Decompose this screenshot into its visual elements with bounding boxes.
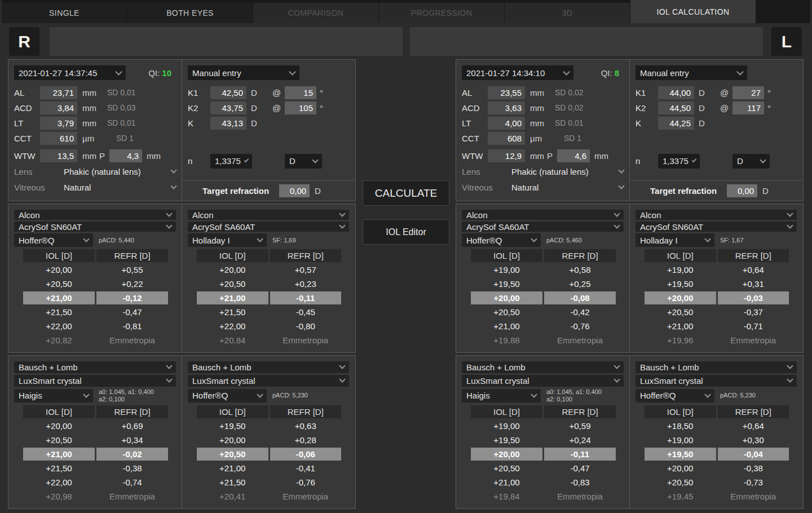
formula-select[interactable]: Hoffer®Q [636, 389, 714, 403]
refr-value[interactable]: -0,42 [544, 306, 616, 319]
iol-value[interactable]: +20,50 [23, 434, 95, 446]
lens-model-select[interactable]: AcrySof SA60AT [462, 222, 624, 232]
iol-value[interactable]: +20,50 [197, 277, 268, 290]
calculate-button[interactable]: CALCULATE [363, 180, 449, 206]
refr-value[interactable]: -0,47 [96, 306, 168, 319]
wtw-value[interactable]: 13,5 [40, 149, 77, 162]
iol-value[interactable]: +19,00 [471, 419, 542, 432]
iol-value-selected[interactable]: +19,50 [645, 448, 716, 461]
lens-model-select[interactable]: LuxSmart crystal [188, 375, 349, 387]
iol-value-selected[interactable]: +21,00 [197, 291, 268, 304]
acd-value[interactable]: 3,63 [488, 101, 525, 114]
manufacturer-select[interactable]: Bausch + Lomb [188, 361, 349, 373]
refr-value[interactable]: +0,24 [544, 434, 616, 446]
k1-axis-value[interactable]: 27 [732, 86, 764, 99]
formula-select[interactable]: Hoffer®Q [14, 233, 93, 247]
refr-value[interactable]: +0,69 [96, 419, 168, 432]
manufacturer-select[interactable]: Alcon [636, 210, 797, 220]
acd-value[interactable]: 3,84 [40, 101, 77, 114]
pupil-value[interactable]: 4,3 [109, 149, 142, 162]
refr-value[interactable]: -0,81 [96, 320, 168, 333]
manufacturer-select[interactable]: Bausch + Lomb [14, 361, 176, 373]
formula-select[interactable]: Hoffer®Q [462, 233, 541, 247]
al-value[interactable]: 23,71 [40, 86, 77, 99]
k2-value[interactable]: 43,75 [210, 101, 246, 114]
k-value[interactable]: 44,25 [658, 117, 694, 130]
refr-value[interactable]: +0,23 [270, 277, 342, 290]
iol-value[interactable]: +20,00 [23, 263, 95, 276]
refractive-index-select[interactable]: 1,3375 [658, 154, 700, 169]
refr-value[interactable]: -0,71 [718, 320, 789, 333]
iol-value[interactable]: +20,00 [197, 434, 268, 446]
iol-value[interactable]: +19,00 [645, 434, 716, 446]
lens-model-select[interactable]: LuxSmart crystal [462, 375, 624, 387]
lens-model-select[interactable]: AcrySof SA60AT [188, 222, 349, 232]
manufacturer-select[interactable]: Alcon [14, 210, 176, 220]
k-value[interactable]: 43,13 [210, 117, 246, 130]
manufacturer-select[interactable]: Alcon [188, 210, 349, 220]
refr-value-selected[interactable]: -0,04 [718, 448, 789, 461]
iol-value-selected[interactable]: +20,50 [197, 448, 268, 461]
iol-value[interactable]: +20,00 [23, 419, 95, 432]
iol-value[interactable]: +22,00 [197, 320, 268, 333]
iol-value[interactable]: +19,50 [471, 277, 542, 290]
lens-status-select[interactable]: Phakic (natural lens) [511, 167, 624, 176]
iol-value[interactable]: +21,50 [23, 306, 95, 319]
iol-value[interactable]: +19,50 [471, 434, 542, 446]
refr-value[interactable]: -0,41 [270, 462, 342, 475]
iol-value[interactable]: +19,50 [645, 277, 716, 290]
refr-value[interactable]: +0,55 [96, 263, 168, 276]
k1-value[interactable]: 42,50 [210, 86, 246, 99]
vitreous-status-select[interactable]: Natural [64, 183, 176, 192]
iol-editor-button[interactable]: IOL Editor [363, 219, 449, 245]
keratometry-source-select[interactable]: Manual entry [636, 65, 747, 80]
refr-value-selected[interactable]: -0,11 [544, 448, 616, 461]
iol-value[interactable]: +20,50 [645, 306, 716, 319]
iol-value-selected[interactable]: +20,00 [645, 291, 716, 304]
refr-value[interactable]: -0,80 [270, 320, 342, 333]
refr-value-selected[interactable]: -0,03 [718, 291, 789, 304]
power-unit-select[interactable]: D [285, 154, 322, 169]
manufacturer-select[interactable]: Alcon [462, 210, 624, 220]
refr-value-selected[interactable]: -0,11 [270, 291, 342, 304]
refr-value[interactable]: -0,45 [270, 306, 342, 319]
refr-value-selected[interactable]: -0,08 [544, 291, 616, 304]
manufacturer-select[interactable]: Bausch + Lomb [636, 361, 797, 373]
k2-axis-value[interactable]: 105 [285, 101, 316, 114]
refr-value-selected[interactable]: -0,12 [96, 291, 168, 304]
lens-model-select[interactable]: AcrySof SN60AT [636, 222, 797, 232]
iol-value[interactable]: +21,00 [471, 476, 542, 489]
refr-value[interactable]: -0,74 [96, 476, 168, 489]
lens-status-select[interactable]: Phakic (natural lens) [64, 167, 176, 176]
iol-value[interactable]: +21,50 [197, 306, 268, 319]
iol-value[interactable]: +19,00 [645, 263, 716, 276]
refr-value[interactable]: -0,83 [544, 476, 616, 489]
lt-value[interactable]: 4,00 [488, 117, 525, 130]
iol-value-selected[interactable]: +21,00 [23, 291, 95, 304]
refr-value[interactable]: +0,64 [718, 263, 789, 276]
iol-value[interactable]: +21,00 [471, 320, 542, 333]
k1-axis-value[interactable]: 15 [285, 86, 316, 99]
iol-value-selected[interactable]: +21,00 [23, 448, 95, 461]
refractive-index-select[interactable]: 1,3375 [210, 154, 252, 169]
iol-value[interactable]: +20,00 [645, 462, 716, 475]
k1-value[interactable]: 44,00 [658, 86, 694, 99]
refr-value[interactable]: +0,64 [718, 419, 789, 432]
refr-value[interactable]: +0,34 [96, 434, 168, 446]
refr-value[interactable]: -0,76 [270, 476, 342, 489]
formula-select[interactable]: Holladay I [636, 233, 714, 247]
refr-value-selected[interactable]: -0,02 [96, 448, 168, 461]
iol-value[interactable]: +20,50 [471, 462, 542, 475]
formula-select[interactable]: Haigis [462, 389, 541, 403]
cct-value[interactable]: 610 [40, 132, 77, 145]
target-refraction-value[interactable]: 0,00 [279, 184, 310, 197]
iol-value-selected[interactable]: +20,00 [471, 448, 542, 461]
lens-model-select[interactable]: LuxSmart crystal [14, 375, 176, 387]
refr-value[interactable]: +0,63 [270, 419, 342, 432]
iol-value[interactable]: +19,00 [471, 263, 542, 276]
lens-model-select[interactable]: LuxSmart crystal [636, 375, 797, 387]
power-unit-select[interactable]: D [732, 154, 770, 169]
iol-value[interactable]: +21,50 [197, 476, 268, 489]
iol-value[interactable]: +20,00 [197, 263, 268, 276]
al-value[interactable]: 23,55 [488, 86, 525, 99]
